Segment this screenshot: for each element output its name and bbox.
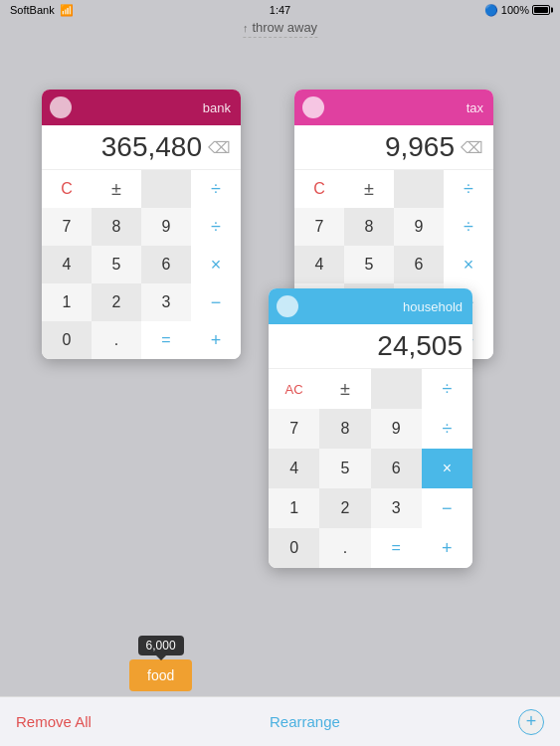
bank-calc-buttons: C ± ÷ 7 8 9 ÷ 4 5 6 × 1 2 3 − 0 . = + <box>42 170 241 359</box>
household-calculator: household 24,505 AC ± ÷ 7 8 9 ÷ 4 5 6 × … <box>269 288 472 568</box>
household-btn-eq[interactable]: = <box>371 528 422 568</box>
status-time: 1:47 <box>270 4 290 16</box>
bank-backspace-icon[interactable]: ⌫ <box>208 138 231 157</box>
tax-calc-title: tax <box>467 100 483 115</box>
household-calc-header: household <box>269 288 472 324</box>
tax-btn-6[interactable]: 6 <box>394 246 444 283</box>
household-btn-ac[interactable]: AC <box>269 369 319 409</box>
rearrange-button[interactable]: Rearrange <box>270 713 340 730</box>
wifi-icon: 📶 <box>60 4 74 17</box>
household-btn-7[interactable]: 7 <box>269 409 319 449</box>
bank-header-circle <box>50 96 72 118</box>
household-btn-6[interactable]: 6 <box>371 449 422 488</box>
bank-calc-header: bank <box>42 90 241 125</box>
household-btn-3[interactable]: 3 <box>371 488 422 528</box>
tax-btn-4[interactable]: 4 <box>294 246 344 283</box>
bank-btn-9[interactable]: 9 <box>141 208 191 246</box>
bank-btn-eq[interactable]: = <box>141 321 191 359</box>
household-btn-4[interactable]: 4 <box>269 449 319 488</box>
bank-calc-number: 365,480 <box>101 131 202 163</box>
tax-btn-9[interactable]: 9 <box>394 208 444 246</box>
household-btn-div2[interactable]: ÷ <box>422 409 472 449</box>
battery-label: 100% <box>501 4 529 16</box>
bank-btn-2[interactable]: 2 <box>92 283 141 321</box>
household-calc-title: household <box>403 299 463 314</box>
household-btn-mul[interactable]: × <box>422 449 472 488</box>
bank-btn-0[interactable]: 0 <box>42 321 92 359</box>
household-btn-sub[interactable]: − <box>422 488 472 528</box>
tax-calc-number: 9,965 <box>385 131 455 163</box>
bank-btn-add[interactable]: + <box>191 321 241 359</box>
status-bar: SoftBank 📶 1:47 🔵 100% <box>0 0 560 20</box>
tax-calc-display: 9,965 ⌫ <box>294 125 493 170</box>
bank-calculator: bank 365,480 ⌫ C ± ÷ 7 8 9 ÷ 4 5 6 × 1 2… <box>42 90 241 359</box>
bluetooth-icon: 🔵 <box>484 4 498 17</box>
bank-btn-7[interactable]: 7 <box>42 208 92 246</box>
tax-btn-empty1[interactable] <box>394 170 444 208</box>
food-tag-container[interactable]: 6,000 food <box>129 636 192 691</box>
household-calc-buttons: AC ± ÷ 7 8 9 ÷ 4 5 6 × 1 2 3 − 0 . = + <box>269 369 472 568</box>
bank-btn-div1[interactable]: ÷ <box>191 170 241 208</box>
food-tooltip: 6,000 <box>138 636 184 655</box>
throw-away-text: throw away <box>252 20 317 35</box>
throw-away-label: ↑ throw away <box>243 20 317 38</box>
bank-btn-1[interactable]: 1 <box>42 283 92 321</box>
household-btn-empty1[interactable] <box>371 369 422 409</box>
household-calc-number: 24,505 <box>377 330 463 362</box>
bank-calc-title: bank <box>203 100 231 115</box>
tax-btn-mul[interactable]: × <box>444 246 493 283</box>
household-btn-div1[interactable]: ÷ <box>422 369 472 409</box>
household-btn-2[interactable]: 2 <box>319 488 370 528</box>
bank-btn-8[interactable]: 8 <box>92 208 141 246</box>
tax-btn-div2[interactable]: ÷ <box>444 208 493 246</box>
bank-btn-div2[interactable]: ÷ <box>191 208 241 246</box>
bank-btn-3[interactable]: 3 <box>141 283 191 321</box>
tax-backspace-icon[interactable]: ⌫ <box>461 138 483 157</box>
tax-btn-div1[interactable]: ÷ <box>444 170 493 208</box>
bottom-bar: Remove All Rearrange + <box>0 696 560 746</box>
bank-btn-mul[interactable]: × <box>191 246 241 283</box>
remove-all-button[interactable]: Remove All <box>16 713 92 730</box>
status-right: 🔵 100% <box>484 4 550 17</box>
household-btn-plusminus[interactable]: ± <box>319 369 370 409</box>
carrier-label: SoftBank <box>10 4 55 16</box>
tax-btn-plusminus[interactable]: ± <box>344 170 394 208</box>
bank-btn-c[interactable]: C <box>42 170 92 208</box>
bank-btn-5[interactable]: 5 <box>92 246 141 283</box>
tax-header-circle <box>302 96 324 118</box>
tax-btn-8[interactable]: 8 <box>344 208 394 246</box>
bank-btn-4[interactable]: 4 <box>42 246 92 283</box>
bank-calc-display: 365,480 ⌫ <box>42 125 241 170</box>
household-header-circle <box>277 295 298 317</box>
bank-btn-sub[interactable]: − <box>191 283 241 321</box>
tax-btn-7[interactable]: 7 <box>294 208 344 246</box>
tax-btn-c[interactable]: C <box>294 170 344 208</box>
household-btn-1[interactable]: 1 <box>269 488 319 528</box>
bank-btn-empty1[interactable] <box>141 170 191 208</box>
tax-btn-5[interactable]: 5 <box>344 246 394 283</box>
bank-btn-plusminus[interactable]: ± <box>92 170 141 208</box>
up-arrow-icon: ↑ <box>243 22 249 34</box>
bank-btn-6[interactable]: 6 <box>141 246 191 283</box>
household-btn-5[interactable]: 5 <box>319 449 370 488</box>
bank-btn-dot[interactable]: . <box>92 321 141 359</box>
household-btn-0[interactable]: 0 <box>269 528 319 568</box>
battery-icon <box>532 5 550 15</box>
household-btn-9[interactable]: 9 <box>371 409 422 449</box>
household-btn-8[interactable]: 8 <box>319 409 370 449</box>
household-btn-dot[interactable]: . <box>319 528 370 568</box>
household-btn-add[interactable]: + <box>422 528 472 568</box>
household-calc-display: 24,505 <box>269 324 472 369</box>
add-button[interactable]: + <box>518 709 544 735</box>
status-left: SoftBank 📶 <box>10 4 74 17</box>
tax-calc-header: tax <box>294 90 493 125</box>
